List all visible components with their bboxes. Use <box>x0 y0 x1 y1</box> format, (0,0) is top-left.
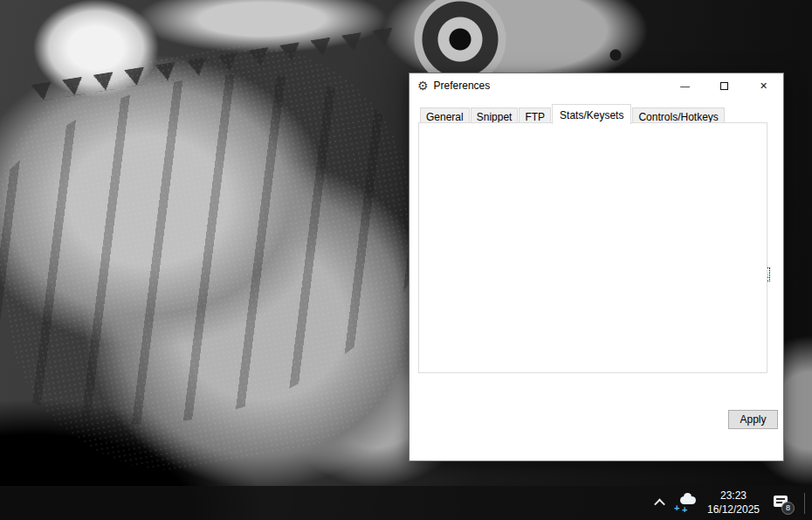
system-tray: + + 23:23 16/12/2025 8 <box>656 489 812 517</box>
window-title: Preferences <box>434 80 491 92</box>
weather-snow-icon[interactable]: + + <box>674 494 697 513</box>
gear-icon: ⚙ <box>417 80 429 92</box>
taskbar: + + 23:23 16/12/2025 8 <box>0 486 812 520</box>
tab-strip: General Snippet FTP Stats/Keysets Contro… <box>420 106 726 124</box>
titlebar[interactable]: ⚙ Preferences — ✕ <box>409 73 783 98</box>
tab-stats-keysets[interactable]: Stats/Keysets <box>552 104 631 124</box>
apply-button[interactable]: Apply <box>728 410 778 429</box>
notification-badge: 8 <box>781 502 795 515</box>
minimize-button[interactable]: — <box>665 73 705 98</box>
stats-keysets-panel <box>418 122 767 373</box>
chevron-up-icon[interactable] <box>654 499 665 510</box>
close-button[interactable]: ✕ <box>744 73 783 98</box>
maximize-icon <box>720 82 728 90</box>
snowflake-icon: + <box>682 505 687 515</box>
show-desktop-divider[interactable] <box>804 493 805 514</box>
snowflake-icon: + <box>674 503 679 513</box>
close-icon: ✕ <box>760 80 767 92</box>
preferences-window: ⚙ Preferences — ✕ General Snippet FTP St… <box>409 73 784 461</box>
action-center-icon[interactable]: 8 <box>774 494 793 513</box>
cloud-icon <box>680 496 696 504</box>
clock-date: 16/12/2025 <box>705 503 762 517</box>
maximize-button[interactable] <box>705 73 744 98</box>
minimize-icon: — <box>680 80 690 91</box>
clock-time: 23:23 <box>705 489 762 503</box>
caption-buttons: — ✕ <box>665 73 783 98</box>
taskbar-clock[interactable]: 23:23 16/12/2025 <box>705 489 762 517</box>
